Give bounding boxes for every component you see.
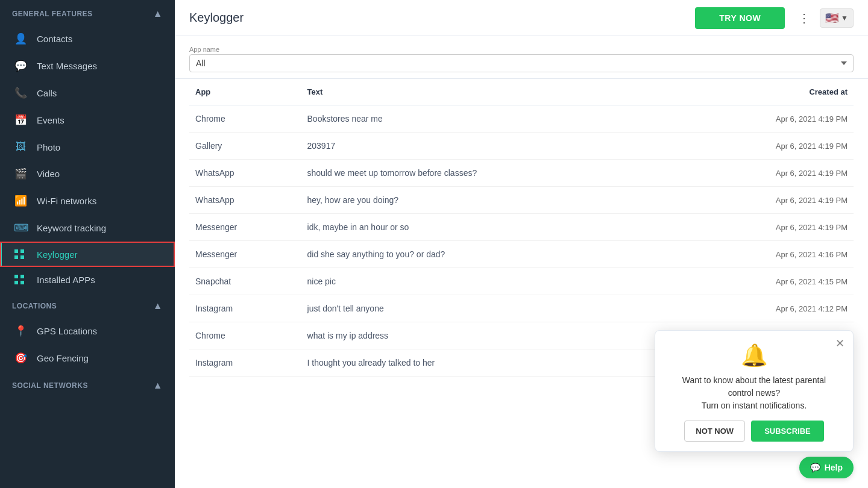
svg-rect-0 (14, 249, 18, 253)
svg-rect-2 (14, 255, 18, 259)
contacts-icon: 👤 (14, 33, 27, 45)
cell-app: Snapchat (189, 268, 301, 295)
app-name-select[interactable]: All Chrome Gallery WhatsApp Messenger Sn… (189, 54, 854, 72)
sidebar-item-keylogger[interactable]: Keylogger (0, 242, 175, 267)
sidebar-item-wifi-networks[interactable]: 📶Wi-Fi networks (0, 187, 175, 214)
cell-created-at: Apr 6, 2021 4:19 PM (679, 187, 854, 214)
col-text: Text (301, 79, 679, 105)
sidebar-item-label: Contacts (37, 34, 72, 44)
cell-created-at: Apr 6, 2021 4:19 PM (679, 105, 854, 133)
cell-created-at: Apr 6, 2021 4:16 PM (679, 241, 854, 268)
notification-message: Want to know about the latest parental c… (667, 374, 841, 412)
events-icon: 📅 (14, 114, 27, 127)
cell-text: idk, maybe in an hour or so (301, 214, 679, 241)
bell-icon: 🔔 (667, 343, 841, 368)
cell-text: just don't tell anyone (301, 295, 679, 322)
table-row: Snapchat nice pic Apr 6, 2021 4:15 PM (189, 268, 854, 295)
locations-label: LOCATIONS (12, 302, 57, 310)
general-features-chevron[interactable]: ▲ (153, 8, 163, 19)
not-now-button[interactable]: NOT NOW (684, 421, 745, 442)
cell-created-at: Apr 6, 2021 4:12 PM (679, 295, 854, 322)
more-options-icon[interactable]: ⋮ (794, 8, 814, 28)
svg-rect-5 (20, 275, 24, 278)
svg-rect-7 (20, 281, 24, 284)
cell-text: Bookstores near me (301, 105, 679, 133)
keylogger-icon (14, 249, 27, 260)
sidebar-item-label: Photo (37, 142, 60, 152)
cell-app: Messenger (189, 214, 301, 241)
filter-row: App name All Chrome Gallery WhatsApp Mes… (175, 36, 868, 79)
header: Keylogger TRY NOW ⋮ 🇺🇸 ▼ (175, 0, 868, 36)
cell-app: Gallery (189, 133, 301, 160)
table-row: Gallery 203917 Apr 6, 2021 4:19 PM (189, 133, 854, 160)
cell-text: did she say anything to you? or dad? (301, 241, 679, 268)
sidebar-item-label: Keyword tracking (37, 223, 106, 233)
table-row: Messenger idk, maybe in an hour or so Ap… (189, 214, 854, 241)
table-row: WhatsApp should we meet up tomorrow befo… (189, 160, 854, 187)
social-networks-header: SOCIAL NETWORKS ▲ (0, 372, 175, 397)
table-row: Chrome Bookstores near me Apr 6, 2021 4:… (189, 105, 854, 133)
table-row: Messenger did she say anything to you? o… (189, 241, 854, 268)
col-created-at: Created at (679, 79, 854, 105)
installed-apps-icon (14, 274, 27, 285)
cell-text: I thought you already talked to her (301, 349, 679, 377)
svg-rect-4 (14, 275, 18, 278)
text-messages-icon: 💬 (14, 60, 27, 72)
try-now-button[interactable]: TRY NOW (695, 7, 785, 29)
svg-rect-6 (14, 281, 18, 284)
cell-app: WhatsApp (189, 160, 301, 187)
sidebar-item-label: GPS Locations (37, 326, 97, 336)
sidebar-item-text-messages[interactable]: 💬Text Messages (0, 52, 175, 80)
sidebar-item-contacts[interactable]: 👤Contacts (0, 25, 175, 52)
flag-chevron-icon: ▼ (841, 14, 848, 22)
sidebar-item-label: Installed APPs (37, 275, 95, 285)
sidebar-item-calls[interactable]: 📞Calls (0, 80, 175, 107)
cell-app: Chrome (189, 105, 301, 133)
flag-icon: 🇺🇸 (825, 11, 838, 25)
sidebar: GENERAL FEATURES ▲ 👤Contacts💬Text Messag… (0, 0, 175, 488)
sidebar-item-installed-apps[interactable]: Installed APPs (0, 267, 175, 292)
sidebar-item-events[interactable]: 📅Events (0, 107, 175, 134)
cell-created-at: Apr 6, 2021 4:19 PM (679, 133, 854, 160)
main-content: Keylogger TRY NOW ⋮ 🇺🇸 ▼ App name All Ch… (175, 0, 868, 488)
locations-chevron[interactable]: ▲ (153, 301, 163, 311)
notification-close-button[interactable]: ✕ (835, 337, 844, 350)
header-actions: ⋮ 🇺🇸 ▼ (794, 8, 854, 28)
cell-created-at: Apr 6, 2021 4:19 PM (679, 160, 854, 187)
sidebar-item-label: Text Messages (37, 61, 97, 71)
sidebar-item-label: Calls (37, 88, 57, 98)
locations-header: LOCATIONS ▲ (0, 292, 175, 318)
general-features-header: GENERAL FEATURES ▲ (0, 0, 175, 25)
app-name-label: App name (189, 46, 854, 53)
table-header-row: App Text Created at (189, 79, 854, 105)
cell-text: should we meet up tomorrow before classe… (301, 160, 679, 187)
svg-rect-1 (20, 249, 24, 253)
sidebar-item-video[interactable]: 🎬Video (0, 160, 175, 187)
general-features-label: GENERAL FEATURES (12, 10, 93, 18)
calls-icon: 📞 (14, 87, 27, 99)
notification-popup: ✕ 🔔 Want to know about the latest parent… (655, 330, 854, 452)
sidebar-item-keyword-tracking[interactable]: ⌨Keyword tracking (0, 214, 175, 242)
cell-text: hey, how are you doing? (301, 187, 679, 214)
help-button[interactable]: 💬 Help (799, 457, 854, 478)
app-name-filter: App name All Chrome Gallery WhatsApp Mes… (189, 46, 854, 72)
cell-created-at: Apr 6, 2021 4:15 PM (679, 268, 854, 295)
page-title: Keylogger (189, 11, 685, 25)
col-app: App (189, 79, 301, 105)
sidebar-item-photo[interactable]: 🖼Photo (0, 134, 175, 160)
language-selector[interactable]: 🇺🇸 ▼ (820, 8, 854, 28)
social-networks-chevron[interactable]: ▲ (153, 380, 163, 391)
cell-text: nice pic (301, 268, 679, 295)
sidebar-item-gps-locations[interactable]: 📍GPS Locations (0, 318, 175, 345)
gps-locations-icon: 📍 (14, 325, 27, 337)
subscribe-button[interactable]: SUBSCRIBE (751, 421, 824, 442)
notification-actions: NOT NOW SUBSCRIBE (667, 421, 841, 442)
sidebar-item-label: Geo Fencing (37, 353, 89, 363)
photo-icon: 🖼 (14, 141, 27, 153)
svg-rect-3 (20, 255, 24, 259)
table-row: WhatsApp hey, how are you doing? Apr 6, … (189, 187, 854, 214)
cell-app: WhatsApp (189, 187, 301, 214)
sidebar-item-label: Video (37, 169, 60, 179)
sidebar-item-geo-fencing[interactable]: 🎯Geo Fencing (0, 345, 175, 372)
cell-app: Chrome (189, 322, 301, 349)
